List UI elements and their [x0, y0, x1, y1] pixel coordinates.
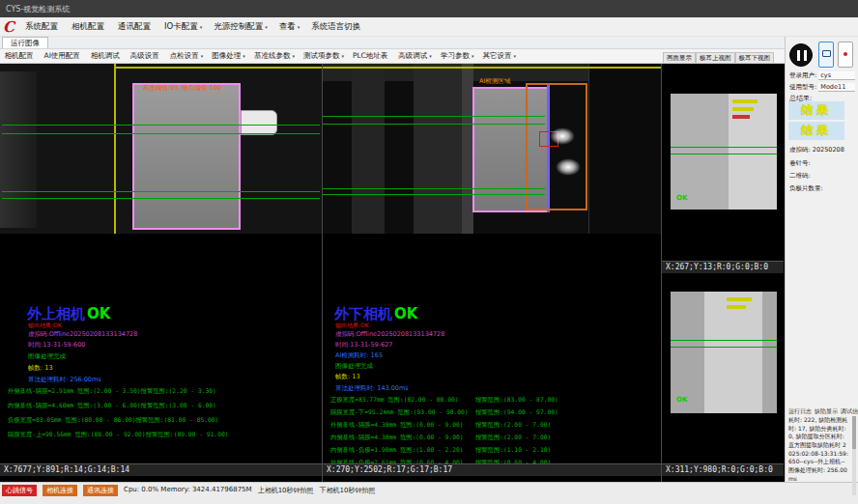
log-tabs: 运行日志 缺陷显示 调试信息 [788, 407, 858, 416]
annotation-mark [732, 99, 758, 103]
chevron-down-icon: ▾ [292, 53, 295, 59]
ai-region-box [526, 83, 587, 210]
pause-button[interactable] [789, 43, 813, 67]
log-tab[interactable]: 运行日志 [788, 407, 812, 416]
toolbar-button[interactable]: 高级设置 [126, 51, 165, 61]
toolbar-button[interactable]: 其它设置▾ [478, 51, 521, 61]
overlay-line [114, 64, 116, 234]
annotation-mark [727, 297, 752, 301]
record-button[interactable] [838, 42, 853, 68]
menu-items: 系统配置 相机配置 通讯配置 IO卡配置▾ 光源控制配置▾ 查看▾ 系统语言切换 [19, 21, 368, 33]
view-tab[interactable]: 极耳上视图 [696, 52, 735, 63]
annotation-mark [732, 107, 754, 111]
result-display-1: 结果 [788, 101, 844, 120]
tab-strip: 运行图像 [0, 37, 785, 49]
aux-camera-bottom[interactable]: OK [662, 273, 784, 463]
aux-image-bottom: OK [671, 292, 777, 413]
menu-item[interactable]: 系统语言切换 [305, 21, 368, 33]
comm-status-badge: 通讯连接 [83, 485, 118, 496]
vcode-row: 虚拟码: 20250208 [789, 146, 855, 154]
menu-item[interactable]: IO卡配置▾ [158, 21, 208, 33]
aux-camera-top[interactable]: OK [662, 64, 784, 261]
measurement-row: 隔膜宽度-上=90.56mm 范围:(88.00 - 92.00) 报警范围:(… [8, 431, 320, 445]
menu-item[interactable]: 系统配置 [19, 21, 66, 33]
electrode-region [729, 94, 777, 210]
process-done: 图像处理完成 [28, 352, 66, 361]
pixel-coordinates: X:7677;Y:891;R:14;G:14;B:14 [0, 463, 322, 476]
output-result: 输出结果:OK [28, 322, 62, 330]
chevron-down-icon: ▾ [201, 53, 204, 59]
measure-line [2, 133, 320, 134]
machine-structure [588, 64, 661, 234]
ai-region-label: AI检测区域 [479, 77, 510, 86]
camera-image-upper[interactable]: 灰度阈值:93, 暗点阈值:100 [0, 64, 322, 234]
measure-line [323, 188, 545, 189]
measure-line [2, 125, 320, 126]
menu-item[interactable]: 相机配置 [66, 21, 112, 33]
log-tab[interactable]: 缺陷显示 [815, 407, 838, 416]
view-tab[interactable]: 画面显示 [663, 52, 696, 63]
qr-label: 二维码: [789, 172, 855, 181]
log-scrollbar[interactable] [852, 416, 856, 495]
bottom-camera-status: 下相机10秒钟拍照 [320, 485, 376, 495]
camera-view-button[interactable] [818, 42, 834, 68]
chevron-down-icon: ▾ [298, 24, 300, 30]
led-glow [556, 158, 581, 176]
ok-status: OK [87, 305, 110, 322]
measure-line [671, 347, 777, 348]
menu-bar: C 系统配置 相机配置 通讯配置 IO卡配置▾ 光源控制配置▾ 查看▾ 系统语言… [0, 17, 858, 37]
aux-camera-column: OK X:267;Y:13;R:0;G:0;B:0 OK X:311;Y:980… [661, 64, 784, 482]
overlay-line [114, 67, 322, 69]
model-row: 使用型号: Mode11 [789, 83, 855, 92]
measure-line [671, 340, 777, 341]
toolbar-button[interactable]: PLC地址表 [348, 51, 393, 61]
toolbar-button[interactable]: 点检设置▾ [165, 51, 208, 61]
view-tab[interactable]: 极耳下视图 [735, 52, 775, 63]
toolbar-button[interactable]: 高级调试▾ [394, 51, 437, 61]
toolbar-items: 相机配置 AI使用配置 相机调试 高级设置 点检设置▾ 图像处理▾ 基准线参数▾… [0, 51, 520, 61]
menu-item[interactable]: 通讯配置 [112, 21, 158, 33]
toolbar-button[interactable]: 基准线参数▾ [249, 51, 299, 61]
menu-item[interactable]: 查看▾ [273, 21, 306, 33]
toolbar-button[interactable]: 相机调试 [86, 51, 126, 61]
measurement-row: 隔膜宽度-下=95.24mm 范围:(93.00 - 98.00) 报警范围:(… [330, 408, 659, 421]
chevron-down-icon: ▾ [472, 53, 474, 59]
elapsed-time: 算法处理耗时: 143.00ms [335, 384, 409, 393]
toolbar-button[interactable]: 测试项参数▾ [299, 51, 348, 61]
toolbar-button[interactable]: AI使用配置 [40, 51, 86, 61]
scrollbar-thumb[interactable] [852, 416, 856, 449]
user-field[interactable]: cys [818, 71, 855, 80]
camera-image-lower[interactable]: AI检测区域 [323, 64, 661, 234]
toolbar-button[interactable]: 学习参数▾ [436, 51, 478, 61]
log-tab[interactable]: 调试信息 [841, 407, 858, 416]
measure-line [671, 147, 777, 148]
result-display-2: 结果 [788, 122, 844, 140]
frame-count: 帧数: 13 [28, 364, 53, 373]
annotation-mark [727, 305, 746, 309]
chevron-down-icon: ▾ [243, 53, 245, 59]
count-label: 负极片数量: [789, 184, 855, 193]
model-field[interactable]: Mode11 [818, 83, 855, 92]
menu-item[interactable]: 光源控制配置▾ [208, 21, 273, 33]
chevron-down-icon: ▾ [200, 24, 203, 30]
time-line: 时间:13-31-59-627 [335, 341, 392, 350]
toolbar-button[interactable]: 图像处理▾ [208, 51, 250, 61]
overlay-line [323, 67, 661, 69]
measure-line [323, 124, 545, 125]
log-text: 耗时: 222, 缺陷检测耗时: 17, 缺陷分类耗时: 0, 缺陷提取分区耗时… [788, 416, 849, 484]
measurement-list: 外侧基线-隔膜=2.91mm 范围:(2.00 - 3.50) 报警范围:(2.… [8, 387, 320, 445]
time-line: 时间:13-31-59-600 [28, 341, 85, 350]
led-glow [550, 127, 575, 145]
view-tabs: 画面显示 极耳上视图 极耳下视图 [663, 49, 785, 63]
pause-icon [797, 50, 807, 61]
toolbar-button[interactable]: 相机配置 [0, 51, 40, 61]
measurement-row: 外侧基线-隔膜=4.38mm 范围:(0.00 - 9.00) 报警范围:(2.… [330, 421, 659, 434]
chevron-down-icon: ▾ [429, 53, 432, 59]
measure-line [323, 116, 545, 117]
chevron-down-icon: ▾ [341, 53, 344, 59]
measure-line [671, 154, 777, 154]
tab-run-image[interactable]: 运行图像 [2, 37, 48, 48]
pixel-coordinates: X:267;Y:13;R:0;G:0;B:0 [662, 261, 784, 273]
measurement-row: 正极宽度=83.77mm 范围:(82.00 - 88.00) 报警范围:(83… [330, 396, 659, 408]
camera-panel-lower: AI检测区域 外下相机OK 输出结果:OK 虚拟码:Offline2025020… [322, 64, 661, 482]
